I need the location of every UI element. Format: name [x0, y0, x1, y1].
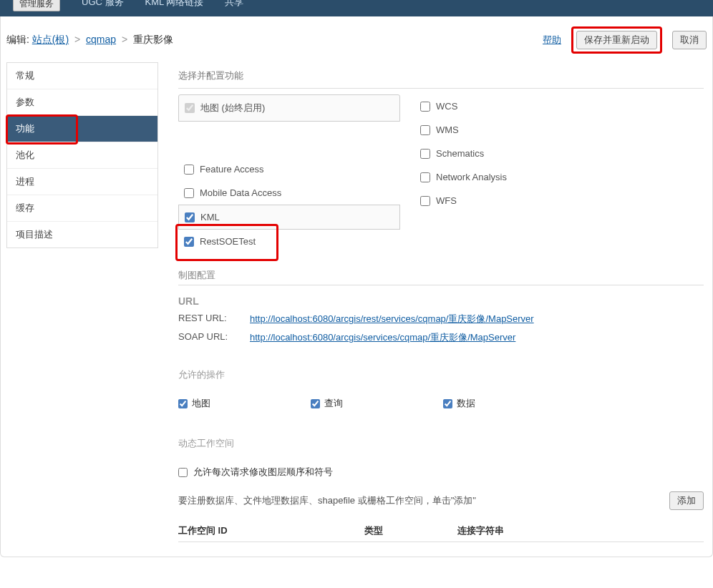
capability-wfs-checkbox[interactable] [420, 196, 430, 206]
allowed-ops: 地图 查询 数据 [178, 391, 704, 416]
soap-url-row: SOAP URL: http://localhost:6080/arcgis/s… [178, 331, 704, 344]
rest-url-label: REST URL: [178, 313, 250, 325]
url-block: URL REST URL: http://localhost:6080/arcg… [178, 293, 704, 353]
header-actions: 帮助 保存并重新启动 取消 [543, 26, 707, 54]
save-restart-button[interactable]: 保存并重新启动 [576, 31, 657, 49]
op-query-label: 查询 [324, 397, 343, 410]
dynamic-ws-heading: 动态工作空间 [178, 437, 704, 453]
op-map-label: 地图 [192, 397, 210, 410]
sidebar-item-general[interactable]: 常规 [7, 63, 157, 89]
capability-kml[interactable]: KML [178, 205, 400, 230]
breadcrumb-root[interactable]: 站点(根) [32, 34, 69, 45]
capability-feature-access-checkbox[interactable] [184, 165, 194, 175]
capability-wcs-checkbox[interactable] [420, 102, 430, 112]
capability-network-analysis-label: Network Analysis [436, 172, 507, 182]
op-map-checkbox[interactable] [178, 399, 188, 408]
sidebar-item-params[interactable]: 参数 [7, 89, 157, 116]
capability-kml-checkbox[interactable] [185, 212, 195, 222]
capability-restsoetest-checkbox[interactable] [184, 237, 194, 247]
workspace-note: 要注册数据库、文件地理数据库、shapefile 或栅格工作空间，单击"添加" [178, 494, 476, 507]
capability-restsoetest-label: RestSOETest [200, 236, 256, 247]
capability-wcs-label: WCS [436, 101, 457, 112]
th-type: 类型 [364, 524, 457, 537]
nav-ugc[interactable]: UGC 服务 [82, 0, 124, 9]
capability-wms[interactable]: WMS [414, 118, 644, 142]
capability-schematics-checkbox[interactable] [420, 149, 430, 159]
capability-network-analysis[interactable]: Network Analysis [414, 165, 644, 189]
nav-share[interactable]: 共享 [225, 0, 243, 9]
workspace-note-row: 要注册数据库、文件地理数据库、shapefile 或栅格工作空间，单击"添加" … [178, 491, 704, 510]
allow-per-request-checkbox[interactable] [178, 468, 188, 477]
top-nav-bar: 管理服务 UGC 服务 KML 网络链接 共享 [0, 0, 713, 16]
rest-url-link[interactable]: http://localhost:6080/arcgis/rest/servic… [250, 313, 534, 325]
allow-per-request-label: 允许每次请求修改图层顺序和符号 [193, 466, 333, 479]
capability-mobile-data[interactable]: Mobile Data Access [178, 181, 400, 205]
header-row: 编辑: 站点(根) > cqmap > 重庆影像 帮助 保存并重新启动 取消 [1, 16, 712, 61]
breadcrumb-prefix: 编辑: [6, 34, 29, 45]
capability-kml-label: KML [200, 212, 220, 222]
capability-wms-checkbox[interactable] [420, 125, 430, 135]
add-workspace-button[interactable]: 添加 [669, 491, 704, 510]
rest-url-row: REST URL: http://localhost:6080/arcgis/r… [178, 313, 704, 325]
url-heading: URL [178, 295, 704, 307]
breadcrumb-service: 重庆影像 [133, 34, 173, 45]
breadcrumb-folder[interactable]: cqmap [86, 34, 116, 45]
cancel-button[interactable]: 取消 [672, 31, 707, 49]
soap-url-link[interactable]: http://localhost:6080/arcgis/services/cq… [250, 331, 515, 344]
sidebar-item-pooling[interactable]: 池化 [7, 142, 157, 169]
allow-per-request-row[interactable]: 允许每次请求修改图层顺序和符号 [178, 460, 704, 484]
sidebar-item-processes[interactable]: 进程 [7, 169, 157, 195]
capability-mobile-data-label: Mobile Data Access [200, 187, 281, 198]
allowed-ops-heading: 允许的操作 [178, 368, 704, 384]
th-workspace-id: 工作空间 ID [178, 524, 364, 537]
sidebar-item-cache[interactable]: 缓存 [7, 195, 157, 222]
content-panel: 编辑: 站点(根) > cqmap > 重庆影像 帮助 保存并重新启动 取消 常… [0, 16, 713, 557]
capability-restsoetest[interactable]: RestSOETest [178, 230, 400, 253]
breadcrumb-sep: > [74, 34, 80, 45]
manage-services-button[interactable]: 管理服务 [13, 0, 60, 11]
capability-mobile-data-checkbox[interactable] [184, 188, 194, 198]
capability-wcs[interactable]: WCS [414, 94, 644, 118]
capability-map-label: 地图 (始终启用) [200, 102, 265, 114]
soap-url-label: SOAP URL: [178, 331, 250, 344]
capability-schematics-label: Schematics [436, 148, 484, 159]
capabilities-left-col: 地图 (始终启用) Feature Access Mobile Data Acc… [178, 94, 400, 253]
sidebar-item-capabilities[interactable]: 功能 [7, 116, 157, 142]
capability-wfs-label: WFS [436, 195, 457, 206]
sidebar: 常规 参数 功能 池化 进程 缓存 项目描述 [6, 62, 158, 248]
workspace-table-header: 工作空间 ID 类型 连接字符串 [178, 517, 704, 542]
capability-network-analysis-checkbox[interactable] [420, 172, 430, 182]
section-map-config: 制图配置 [178, 269, 704, 285]
capability-feature-access-label: Feature Access [200, 164, 264, 175]
op-data[interactable]: 数据 [443, 397, 475, 410]
op-query-checkbox[interactable] [311, 399, 320, 408]
breadcrumb-sep: > [122, 34, 127, 45]
op-data-checkbox[interactable] [443, 399, 452, 408]
sidebar-item-description[interactable]: 项目描述 [7, 222, 157, 248]
capability-map[interactable]: 地图 (始终启用) [178, 94, 400, 122]
breadcrumb: 编辑: 站点(根) > cqmap > 重庆影像 [6, 34, 173, 46]
op-map[interactable]: 地图 [178, 397, 210, 410]
section-select-configure: 选择并配置功能 [178, 61, 704, 89]
capability-schematics[interactable]: Schematics [414, 142, 644, 165]
capability-feature-access[interactable]: Feature Access [178, 157, 400, 181]
op-data-label: 数据 [457, 397, 475, 410]
capability-wfs[interactable]: WFS [414, 189, 644, 212]
nav-kml[interactable]: KML 网络链接 [145, 0, 204, 9]
capability-wms-label: WMS [436, 124, 459, 135]
capabilities-right-col: WCS WMS Schematics Network Analysis [400, 94, 644, 253]
capabilities-grid: 地图 (始终启用) Feature Access Mobile Data Acc… [178, 94, 704, 253]
capabilities-panel: 选择并配置功能 地图 (始终启用) Feature Access Mobile … [158, 61, 712, 542]
capability-map-checkbox [185, 103, 195, 113]
th-connection-string: 连接字符串 [457, 524, 601, 537]
op-query[interactable]: 查询 [311, 397, 343, 410]
help-link[interactable]: 帮助 [543, 34, 561, 46]
main-layout: 常规 参数 功能 池化 进程 缓存 项目描述 选择并配置功能 地图 (始终启用) [1, 61, 712, 557]
